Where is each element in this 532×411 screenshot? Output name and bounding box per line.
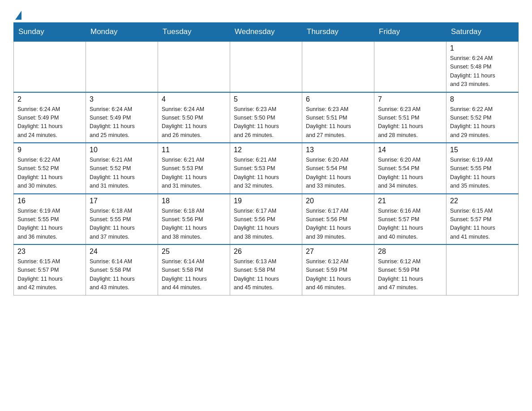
day-header-saturday: Saturday [446,23,519,42]
day-info: Sunrise: 6:21 AM Sunset: 5:53 PM Dayligh… [162,156,226,191]
calendar-cell: 10Sunrise: 6:21 AM Sunset: 5:52 PM Dayli… [86,143,158,194]
week-row-1: 2Sunrise: 6:24 AM Sunset: 5:49 PM Daylig… [14,92,519,143]
day-info: Sunrise: 6:12 AM Sunset: 5:59 PM Dayligh… [378,257,442,292]
day-number: 18 [162,197,226,205]
calendar-cell: 20Sunrise: 6:17 AM Sunset: 5:56 PM Dayli… [302,194,374,245]
day-header-monday: Monday [86,23,158,42]
day-info: Sunrise: 6:21 AM Sunset: 5:52 PM Dayligh… [90,156,154,191]
calendar-cell: 4Sunrise: 6:24 AM Sunset: 5:50 PM Daylig… [158,92,230,143]
calendar-cell: 22Sunrise: 6:15 AM Sunset: 5:57 PM Dayli… [446,194,519,245]
day-info: Sunrise: 6:15 AM Sunset: 5:57 PM Dayligh… [450,207,515,242]
calendar-cell [374,41,446,92]
calendar-cell: 27Sunrise: 6:12 AM Sunset: 5:59 PM Dayli… [302,244,374,295]
calendar-cell: 7Sunrise: 6:23 AM Sunset: 5:51 PM Daylig… [374,92,446,143]
calendar-cell: 16Sunrise: 6:19 AM Sunset: 5:55 PM Dayli… [14,194,86,245]
day-number: 23 [17,248,82,256]
calendar-cell: 19Sunrise: 6:17 AM Sunset: 5:56 PM Dayli… [230,194,302,245]
day-number: 16 [17,197,82,205]
day-number: 11 [162,146,226,154]
calendar-cell: 24Sunrise: 6:14 AM Sunset: 5:58 PM Dayli… [86,244,158,295]
day-number: 10 [90,146,154,154]
calendar-cell: 17Sunrise: 6:18 AM Sunset: 5:55 PM Dayli… [86,194,158,245]
page: SundayMondayTuesdayWednesdayThursdayFrid… [0,0,532,309]
calendar-cell: 3Sunrise: 6:24 AM Sunset: 5:49 PM Daylig… [86,92,158,143]
calendar-cell: 23Sunrise: 6:15 AM Sunset: 5:57 PM Dayli… [14,244,86,295]
day-header-tuesday: Tuesday [158,23,230,42]
day-info: Sunrise: 6:16 AM Sunset: 5:57 PM Dayligh… [378,207,442,242]
day-number: 26 [234,248,298,256]
calendar-cell: 11Sunrise: 6:21 AM Sunset: 5:53 PM Dayli… [158,143,230,194]
calendar-cell: 6Sunrise: 6:23 AM Sunset: 5:51 PM Daylig… [302,92,374,143]
calendar-cell: 28Sunrise: 6:12 AM Sunset: 5:59 PM Dayli… [374,244,446,295]
week-row-2: 9Sunrise: 6:22 AM Sunset: 5:52 PM Daylig… [14,143,519,194]
day-number: 8 [450,95,515,103]
day-info: Sunrise: 6:24 AM Sunset: 5:48 PM Dayligh… [450,54,515,89]
day-info: Sunrise: 6:22 AM Sunset: 5:52 PM Dayligh… [17,156,82,191]
day-info: Sunrise: 6:23 AM Sunset: 5:51 PM Dayligh… [306,105,370,140]
day-info: Sunrise: 6:19 AM Sunset: 5:55 PM Dayligh… [450,156,515,191]
day-number: 17 [90,197,154,205]
day-info: Sunrise: 6:24 AM Sunset: 5:49 PM Dayligh… [17,105,82,140]
day-info: Sunrise: 6:17 AM Sunset: 5:56 PM Dayligh… [234,207,298,242]
logo-top [13,11,21,20]
calendar-cell [158,41,230,92]
day-number: 5 [234,95,298,103]
day-number: 6 [306,95,370,103]
day-header-friday: Friday [374,23,446,42]
calendar-cell [14,41,86,92]
day-number: 25 [162,248,226,256]
day-info: Sunrise: 6:17 AM Sunset: 5:56 PM Dayligh… [306,207,370,242]
day-info: Sunrise: 6:20 AM Sunset: 5:54 PM Dayligh… [306,156,370,191]
day-info: Sunrise: 6:12 AM Sunset: 5:59 PM Dayligh… [306,257,370,292]
day-info: Sunrise: 6:23 AM Sunset: 5:50 PM Dayligh… [234,105,298,140]
day-info: Sunrise: 6:19 AM Sunset: 5:55 PM Dayligh… [17,207,82,242]
calendar-cell: 5Sunrise: 6:23 AM Sunset: 5:50 PM Daylig… [230,92,302,143]
day-number: 14 [378,146,442,154]
day-number: 2 [17,95,82,103]
day-number: 28 [378,248,442,256]
calendar-cell: 13Sunrise: 6:20 AM Sunset: 5:54 PM Dayli… [302,143,374,194]
calendar-cell: 26Sunrise: 6:13 AM Sunset: 5:58 PM Dayli… [230,244,302,295]
day-header-wednesday: Wednesday [230,23,302,42]
calendar-cell [446,244,519,295]
day-info: Sunrise: 6:18 AM Sunset: 5:55 PM Dayligh… [90,207,154,242]
day-number: 13 [306,146,370,154]
calendar-cell: 14Sunrise: 6:20 AM Sunset: 5:54 PM Dayli… [374,143,446,194]
day-info: Sunrise: 6:18 AM Sunset: 5:56 PM Dayligh… [162,207,226,242]
day-number: 15 [450,146,515,154]
calendar-cell: 21Sunrise: 6:16 AM Sunset: 5:57 PM Dayli… [374,194,446,245]
day-info: Sunrise: 6:22 AM Sunset: 5:52 PM Dayligh… [450,105,515,140]
calendar-cell: 8Sunrise: 6:22 AM Sunset: 5:52 PM Daylig… [446,92,519,143]
day-number: 9 [17,146,82,154]
week-row-0: 1Sunrise: 6:24 AM Sunset: 5:48 PM Daylig… [14,41,519,92]
day-number: 22 [450,197,515,205]
day-info: Sunrise: 6:20 AM Sunset: 5:54 PM Dayligh… [378,156,442,191]
day-info: Sunrise: 6:14 AM Sunset: 5:58 PM Dayligh… [162,257,226,292]
calendar-cell [230,41,302,92]
day-number: 24 [90,248,154,256]
calendar-cell: 12Sunrise: 6:21 AM Sunset: 5:53 PM Dayli… [230,143,302,194]
day-info: Sunrise: 6:21 AM Sunset: 5:53 PM Dayligh… [234,156,298,191]
day-number: 4 [162,95,226,103]
calendar-cell: 18Sunrise: 6:18 AM Sunset: 5:56 PM Dayli… [158,194,230,245]
week-row-4: 23Sunrise: 6:15 AM Sunset: 5:57 PM Dayli… [14,244,519,295]
day-number: 7 [378,95,442,103]
week-row-3: 16Sunrise: 6:19 AM Sunset: 5:55 PM Dayli… [14,194,519,245]
day-header-sunday: Sunday [14,23,86,42]
calendar-cell: 9Sunrise: 6:22 AM Sunset: 5:52 PM Daylig… [14,143,86,194]
header [13,11,519,18]
day-number: 27 [306,248,370,256]
logo [13,11,21,18]
day-number: 19 [234,197,298,205]
logo-triangle-icon [15,11,21,20]
calendar-cell: 25Sunrise: 6:14 AM Sunset: 5:58 PM Dayli… [158,244,230,295]
day-info: Sunrise: 6:24 AM Sunset: 5:50 PM Dayligh… [162,105,226,140]
calendar-header-row: SundayMondayTuesdayWednesdayThursdayFrid… [14,23,519,42]
day-number: 20 [306,197,370,205]
calendar-cell: 2Sunrise: 6:24 AM Sunset: 5:49 PM Daylig… [14,92,86,143]
day-number: 1 [450,44,515,52]
calendar-cell [86,41,158,92]
day-number: 21 [378,197,442,205]
day-info: Sunrise: 6:14 AM Sunset: 5:58 PM Dayligh… [90,257,154,292]
day-number: 12 [234,146,298,154]
